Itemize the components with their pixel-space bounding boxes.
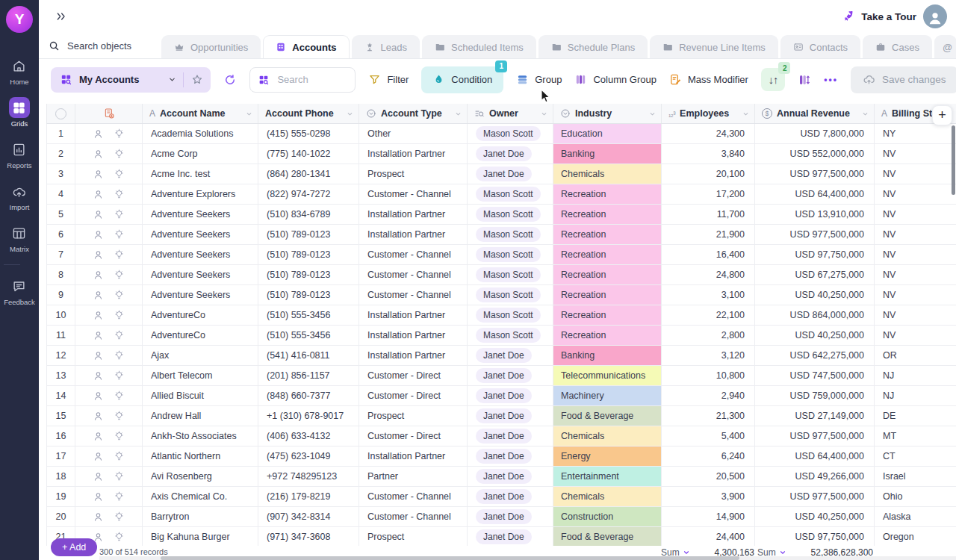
table-row[interactable]: 16Ankh-Sto Associates(406) 633-4132Custo…: [46, 426, 956, 447]
cell-owner[interactable]: Mason Scott: [468, 285, 553, 305]
tab-cases[interactable]: Cases: [863, 35, 932, 58]
insights-icon[interactable]: [114, 431, 125, 442]
cell-employees[interactable]: 24,800: [662, 265, 755, 284]
cell-owner[interactable]: Mason Scott: [468, 225, 553, 244]
insights-icon[interactable]: [114, 350, 125, 361]
cell-annual-revenue[interactable]: USD 552,000,000: [755, 144, 875, 164]
open-record-icon[interactable]: [93, 128, 104, 140]
cell-annual-revenue[interactable]: USD 759,000,000: [755, 386, 875, 405]
table-row[interactable]: 18Avi Rosenberg+972 748295123PartnerJane…: [46, 467, 956, 487]
chevron-down-icon[interactable]: [742, 110, 750, 118]
cell-account-phone[interactable]: (848) 660-7377: [258, 386, 359, 405]
cell-employees[interactable]: 16,400: [662, 245, 755, 264]
sidebar-item-import[interactable]: Import: [4, 181, 35, 211]
insights-icon[interactable]: [114, 229, 125, 240]
open-record-icon[interactable]: [93, 350, 104, 361]
cell-industry[interactable]: Education: [553, 124, 662, 143]
open-record-icon[interactable]: [93, 290, 104, 301]
open-record-icon[interactable]: [93, 511, 104, 523]
expand-sidebar-icon[interactable]: [55, 10, 67, 22]
table-row[interactable]: 9Adventure Seekers(510) 789-0123Customer…: [46, 285, 956, 305]
cell-billing-state[interactable]: DE: [875, 406, 956, 426]
tab-leads[interactable]: Leads: [352, 35, 420, 58]
cell-billing-state[interactable]: Israel: [875, 467, 956, 486]
table-row[interactable]: 8Adventure Seekers(510) 789-0123Customer…: [46, 265, 956, 285]
avatar[interactable]: [923, 4, 947, 28]
cell-account-type[interactable]: Other: [359, 124, 468, 143]
cell-employees[interactable]: 21,900: [662, 225, 755, 244]
cell-annual-revenue[interactable]: USD 13,910,000: [755, 205, 875, 224]
vertical-scrollbar[interactable]: [952, 125, 955, 195]
filter-button[interactable]: Filter: [368, 73, 409, 86]
cell-billing-state[interactable]: NV: [875, 144, 956, 164]
cell-billing-state[interactable]: MT: [875, 426, 956, 446]
cell-employees[interactable]: 24,300: [662, 124, 755, 143]
cell-account-phone[interactable]: (216) 179-8219: [258, 487, 359, 506]
cell-account-phone[interactable]: (510) 834-6789: [258, 205, 359, 224]
table-row[interactable]: 12Ajax(541) 416-0811Installation Partner…: [46, 346, 956, 366]
cell-annual-revenue[interactable]: USD 747,500,000: [755, 366, 875, 385]
cell-account-type[interactable]: Partner: [359, 467, 468, 486]
insights-icon[interactable]: [114, 169, 125, 180]
chevron-down-icon[interactable]: [861, 110, 869, 118]
cell-billing-state[interactable]: NV: [875, 305, 956, 325]
favorite-star-icon[interactable]: [190, 73, 204, 87]
cell-employees[interactable]: 3,840: [662, 144, 755, 164]
cell-billing-state[interactable]: NV: [875, 265, 956, 284]
cell-billing-state[interactable]: NJ: [875, 366, 956, 385]
cell-account-type[interactable]: Customer - Direct: [359, 386, 468, 405]
select-all-checkbox[interactable]: [55, 108, 66, 119]
cell-owner[interactable]: Janet Doe: [468, 447, 553, 466]
table-row[interactable]: 17Atlantic Northern(475) 623-1049Install…: [46, 447, 956, 467]
cell-account-name[interactable]: AdventureCo: [143, 326, 258, 345]
open-record-icon[interactable]: [93, 411, 104, 422]
insights-icon[interactable]: [114, 411, 125, 422]
column-header-tools[interactable]: [75, 104, 143, 123]
column-group-button[interactable]: Column Group: [574, 73, 657, 86]
cell-account-phone[interactable]: (201) 856-1157: [258, 366, 359, 385]
cell-annual-revenue[interactable]: USD 977,500,000: [755, 426, 875, 446]
cell-industry[interactable]: Recreation: [553, 245, 662, 264]
table-row[interactable]: 13Albert Telecom(201) 856-1157Customer -…: [46, 366, 956, 386]
cell-annual-revenue[interactable]: USD 977,500,000: [755, 487, 875, 506]
cell-annual-revenue[interactable]: USD 64,400,000: [755, 184, 875, 204]
open-record-icon[interactable]: [93, 209, 104, 220]
open-record-icon[interactable]: [93, 451, 104, 462]
insights-icon[interactable]: [114, 451, 125, 462]
cell-owner[interactable]: Janet Doe: [468, 426, 553, 446]
open-record-icon[interactable]: [93, 149, 104, 160]
cell-account-type[interactable]: Customer - Channel: [359, 265, 468, 284]
cell-billing-state[interactable]: Alaska: [875, 507, 956, 526]
sidebar-item-feedback[interactable]: Feedback: [4, 276, 35, 306]
cell-annual-revenue[interactable]: USD 49,266,000: [755, 467, 875, 486]
cell-account-phone[interactable]: (510) 789-0123: [258, 245, 359, 264]
cell-account-name[interactable]: Andrew Hall: [143, 406, 258, 426]
table-row[interactable]: 20Barrytron(907) 342-8314Customer - Chan…: [46, 507, 956, 527]
open-record-icon[interactable]: [93, 330, 104, 341]
cell-account-phone[interactable]: +972 748295123: [258, 467, 359, 486]
cell-account-name[interactable]: Barrytron: [143, 507, 258, 526]
cell-owner[interactable]: Janet Doe: [468, 487, 553, 506]
cell-account-type[interactable]: Customer - Channel: [359, 487, 468, 506]
cell-industry[interactable]: Recreation: [553, 285, 662, 305]
cell-account-name[interactable]: Allied Biscuit: [143, 386, 258, 405]
cell-account-phone[interactable]: (510) 789-0123: [258, 285, 359, 305]
cell-industry[interactable]: Recreation: [553, 184, 662, 204]
column-header-industry[interactable]: Industry: [553, 104, 662, 123]
chevron-down-icon[interactable]: [779, 549, 786, 556]
table-row[interactable]: 10AdventureCo(510) 555-3456Installation …: [46, 305, 956, 326]
table-row[interactable]: 6Adventure Seekers(510) 789-0123Installa…: [46, 225, 956, 245]
open-record-icon[interactable]: [93, 370, 104, 382]
cell-employees[interactable]: 14,900: [662, 507, 755, 526]
cell-account-name[interactable]: Avi Rosenberg: [143, 467, 258, 486]
grid-search-box[interactable]: [249, 67, 356, 93]
cell-account-name[interactable]: Ajax: [143, 346, 258, 365]
cell-account-phone[interactable]: (510) 555-3456: [258, 326, 359, 345]
insights-icon[interactable]: [114, 310, 125, 321]
chevron-down-icon[interactable]: [245, 110, 253, 118]
mass-modifier-button[interactable]: Mass Modifier: [669, 73, 748, 86]
cell-billing-state[interactable]: NV: [875, 164, 956, 184]
cell-account-type[interactable]: Customer - Channel: [359, 184, 468, 204]
insights-icon[interactable]: [114, 532, 125, 543]
open-record-icon[interactable]: [93, 431, 104, 442]
